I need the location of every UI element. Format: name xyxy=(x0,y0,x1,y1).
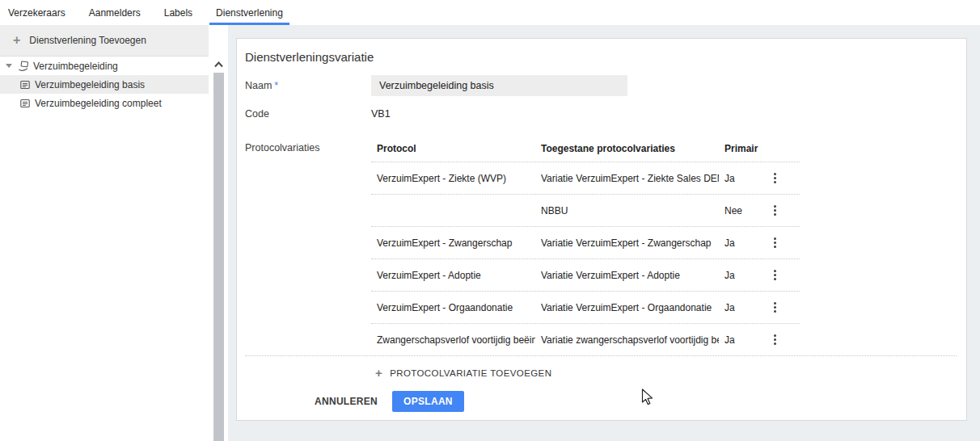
add-protocolvariatie-label: PROTOCOLVARIATIE TOEVOEGEN xyxy=(390,368,551,378)
save-button[interactable]: OPSLAAN xyxy=(392,391,464,412)
add-protocolvariatie-button[interactable]: + PROTOCOLVARIATIE TOEVOEGEN xyxy=(375,367,957,379)
tree-root-label: Verzuimbegeleiding xyxy=(33,61,118,72)
protocol-table-row: VerzuimExpert - ZwangerschapVariatie Ver… xyxy=(371,226,800,258)
cell-toegestane: Variatie zwangerschapsverlof voortijdig … xyxy=(535,334,719,346)
tree-item-label: Verzuimbegeleiding basis xyxy=(35,79,145,90)
naam-label: Naam* xyxy=(245,80,371,91)
header-primair: Primair xyxy=(719,143,769,154)
protocolvariaties-label: Protocolvariaties xyxy=(245,136,371,153)
cell-protocol: Zwangerschapsverlof voortijdig beëindigd xyxy=(371,334,535,346)
tree-item-verzuimbegeleiding[interactable]: Verzuimbegeleiding xyxy=(0,57,209,75)
cell-primair: Ja xyxy=(719,302,769,313)
cell-primair: Ja xyxy=(719,237,769,249)
cell-protocol: VerzuimExpert - Ziekte (WVP) xyxy=(371,173,535,184)
chevron-up-icon xyxy=(214,61,223,68)
cell-toegestane: Variatie VerzuimExpert - Adoptie xyxy=(535,270,719,281)
kebab-icon xyxy=(774,205,776,216)
naam-input[interactable] xyxy=(371,75,627,96)
tree: Verzuimbegeleiding Verzuimbegeleiding ba… xyxy=(0,57,209,112)
cell-protocol: VerzuimExpert - Orgaandonatie xyxy=(371,302,535,313)
cell-primair: Nee xyxy=(719,205,769,216)
kebab-icon xyxy=(774,334,776,345)
kebab-icon xyxy=(774,173,776,183)
plus-icon: + xyxy=(13,34,20,47)
code-label: Code xyxy=(245,108,371,120)
scrollbar-thumb[interactable] xyxy=(213,73,224,441)
row-menu-button[interactable] xyxy=(769,205,800,216)
naam-row: Naam* xyxy=(245,75,957,96)
tree-item-label: Verzuimbegeleiding compleet xyxy=(35,98,162,109)
plus-icon: + xyxy=(375,367,382,379)
cell-protocol: VerzuimExpert - Adoptie xyxy=(371,270,535,281)
form-buttons: ANNULEREN OPSLAAN xyxy=(315,391,957,412)
row-menu-button[interactable] xyxy=(769,173,800,183)
cell-toegestane: Variatie VerzuimExpert - Ziekte Sales DE… xyxy=(535,173,719,184)
tab-labels[interactable]: Labels xyxy=(158,0,199,25)
add-dienstverlening-button[interactable]: + Dienstverlening Toevoegen xyxy=(0,25,209,57)
cancel-button[interactable]: ANNULEREN xyxy=(315,396,392,407)
protocol-table-row: VerzuimExpert - AdoptieVariatie VerzuimE… xyxy=(371,258,800,291)
cell-primair: Ja xyxy=(719,270,769,281)
protocol-table: Protocol Toegestane protocolvariaties Pr… xyxy=(371,136,800,355)
header-protocol: Protocol xyxy=(371,143,535,154)
protocol-table-row: VerzuimExpert - Ziekte (WVP)Variatie Ver… xyxy=(371,162,800,194)
protocol-table-row: VerzuimExpert - OrgaandonatieVariatie Ve… xyxy=(371,291,800,323)
kebab-icon xyxy=(774,237,776,248)
main-area: Dienstverleningsvariatie Naam* Code VB1 … xyxy=(228,25,980,441)
scroll-up-button[interactable] xyxy=(213,58,224,70)
sidebar: + Dienstverlening Toevoegen Verzuimbegel… xyxy=(0,25,209,441)
kebab-icon xyxy=(774,302,776,313)
cell-toegestane: Variatie VerzuimExpert - Orgaandonatie xyxy=(535,302,719,313)
kebab-icon xyxy=(774,270,776,280)
cell-primair: Ja xyxy=(719,334,769,346)
header-toegestane: Toegestane protocolvariaties xyxy=(535,143,719,154)
variation-icon xyxy=(20,80,30,90)
row-menu-button[interactable] xyxy=(769,302,800,313)
tab-aanmelders[interactable]: Aanmelders xyxy=(82,0,147,25)
row-menu-button[interactable] xyxy=(769,237,800,248)
chevron-down-icon[interactable] xyxy=(6,64,12,68)
protocol-table-body: VerzuimExpert - Ziekte (WVP)Variatie Ver… xyxy=(371,162,800,355)
cell-toegestane: Variatie VerzuimExpert - Zwangerschap xyxy=(535,237,719,249)
variation-icon xyxy=(20,99,30,108)
protocol-table-row: NBBUNee xyxy=(371,194,800,226)
dienstverleningsvariatie-card: Dienstverleningsvariatie Naam* Code VB1 … xyxy=(236,38,967,421)
cell-toegestane: NBBU xyxy=(535,205,719,216)
service-icon xyxy=(18,61,29,72)
app-body: + Dienstverlening Toevoegen Verzuimbegel… xyxy=(0,25,980,441)
code-value: VB1 xyxy=(371,108,391,120)
sidebar-scrollbar xyxy=(209,25,228,441)
tab-dienstverlening[interactable]: Dienstverlening xyxy=(209,0,289,25)
tree-children: Verzuimbegeleiding basisVerzuimbegeleidi… xyxy=(0,75,209,112)
page-title: Dienstverleningsvariatie xyxy=(245,50,957,64)
required-asterisk: * xyxy=(274,80,278,91)
cell-primair: Ja xyxy=(719,173,769,184)
add-dienstverlening-label: Dienstverlening Toevoegen xyxy=(29,35,146,46)
code-row: Code VB1 xyxy=(245,103,957,124)
tree-item[interactable]: Verzuimbegeleiding compleet xyxy=(0,94,209,112)
row-menu-button[interactable] xyxy=(769,270,800,280)
cell-protocol: VerzuimExpert - Zwangerschap xyxy=(371,237,535,249)
protocol-table-row: Zwangerschapsverlof voortijdig beëindigd… xyxy=(371,323,800,355)
row-menu-button[interactable] xyxy=(769,334,800,345)
protocol-table-header: Protocol Toegestane protocolvariaties Pr… xyxy=(371,136,800,162)
tree-item[interactable]: Verzuimbegeleiding basis xyxy=(0,75,209,94)
protocolvariaties-row: Protocolvariaties Protocol Toegestane pr… xyxy=(245,136,957,356)
tab-verzekeraars[interactable]: Verzekeraars xyxy=(2,0,72,25)
tab-bar: VerzekeraarsAanmeldersLabelsDienstverlen… xyxy=(0,0,980,25)
